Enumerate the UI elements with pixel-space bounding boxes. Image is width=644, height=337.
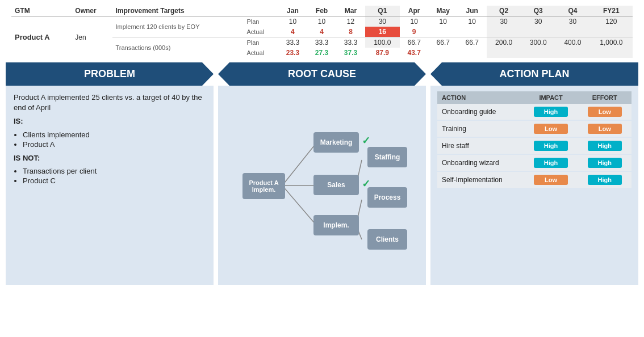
col-header-owner: Owner: [72, 6, 112, 16]
node-center: Product A Implem.: [242, 173, 285, 199]
cell-q1-actual1: 16: [365, 27, 400, 37]
action-impact-cell: Low: [524, 120, 578, 137]
col-header-fy21: FY21: [590, 6, 633, 16]
is-list: Clients implemented Product A: [14, 130, 206, 149]
cell-q4-actual1: [555, 27, 590, 37]
col-effort: EFFORT: [578, 91, 632, 104]
col-header-q4: Q4: [555, 6, 590, 16]
isnot-list: Transactions per client Product C: [14, 167, 206, 185]
rootcause-section: ROOT CAUSE: [218, 62, 426, 285]
action-table-row: TrainingLowLow: [437, 120, 632, 137]
cell-feb-actual2: 27.3: [307, 48, 336, 58]
cell-jan-plan1: 10: [278, 16, 307, 27]
col-header-may: May: [429, 6, 458, 16]
problem-header: PROBLEM: [6, 62, 214, 86]
action-effort-cell: Low: [578, 120, 632, 137]
col-header-improvement: Improvement Targets: [112, 6, 244, 16]
cell-apr-plan1: 10: [400, 16, 429, 27]
isnot-label: IS NOT:: [14, 153, 206, 163]
target-label-1: Implement 120 clients by EOY: [112, 16, 244, 37]
col-action: ACTION: [437, 91, 524, 104]
cell-q3-actual1: [521, 27, 555, 37]
isnot-item-2: Product C: [23, 176, 206, 185]
action-name-cell: Self-Implementation: [437, 171, 524, 188]
type-plan-2: Plan: [243, 37, 278, 48]
cell-feb-actual1: 4: [307, 27, 336, 37]
problem-description: Product A implemented 25 clients vs. a t…: [14, 92, 206, 113]
actionplan-header-text: ACTION PLAN: [500, 68, 570, 79]
cell-jun-actual1: [458, 27, 487, 37]
cell-q4-plan2: 400.0: [555, 37, 590, 48]
rootcause-header: ROOT CAUSE: [218, 62, 426, 86]
problem-body: Product A implemented 25 clients vs. a t…: [6, 86, 214, 285]
action-effort-cell: High: [578, 137, 632, 154]
action-table-row: Onboarding wizardHighHigh: [437, 154, 632, 171]
action-table-row: Self-ImplementationLowHigh: [437, 171, 632, 188]
main-sections: PROBLEM Product A implemented 25 clients…: [0, 62, 644, 289]
action-name-cell: Training: [437, 120, 524, 137]
cell-q3-plan2: 300.0: [521, 37, 555, 48]
metrics-table: GTM Owner Improvement Targets Jan Feb Ma…: [11, 6, 633, 58]
rootcause-body: Product A Implem. Marketing ✓ Sales ✓ Im…: [218, 86, 426, 285]
cell-q2-actual2: [487, 48, 521, 58]
cell-q4-actual2: [555, 48, 590, 58]
owner-label: Jen: [72, 16, 112, 58]
type-actual-1: Actual: [243, 27, 278, 37]
cell-jan-actual2: 23.3: [278, 48, 307, 58]
col-header-mar: Mar: [336, 6, 365, 16]
cell-feb-plan2: 33.3: [307, 37, 336, 48]
cell-jan-actual1: 4: [278, 27, 307, 37]
cell-jun-actual2: [458, 48, 487, 58]
cell-may-actual2: [429, 48, 458, 58]
cell-fy21-plan1: 120: [590, 16, 633, 27]
cause-diagram: Product A Implem. Marketing ✓ Sales ✓ Im…: [237, 112, 407, 259]
effort-badge: High: [588, 141, 622, 151]
col-header-type: [243, 6, 278, 16]
cell-q3-actual2: [521, 48, 555, 58]
problem-header-text: PROBLEM: [84, 68, 135, 79]
col-header-feb: Feb: [307, 6, 336, 16]
effort-badge: High: [588, 158, 622, 168]
node-staffing: Staffing: [367, 147, 407, 167]
action-table-row: Onboarding guideHighLow: [437, 104, 632, 120]
col-header-q3: Q3: [521, 6, 555, 16]
col-impact: IMPACT: [524, 91, 578, 104]
node-marketing: Marketing: [313, 132, 359, 153]
node-process: Process: [367, 187, 407, 208]
cell-q1-plan2: 100.0: [365, 37, 400, 48]
cell-q1-actual2: 87.9: [365, 48, 400, 58]
impact-badge: High: [534, 107, 568, 117]
is-item-2: Product A: [23, 140, 206, 149]
actionplan-body: ACTION IMPACT EFFORT Onboarding guideHig…: [430, 86, 638, 285]
impact-badge: High: [534, 158, 568, 168]
cell-apr-actual1: 9: [400, 27, 429, 37]
actionplan-header: ACTION PLAN: [430, 62, 638, 86]
isnot-item-1: Transactions per client: [23, 167, 206, 175]
col-header-q1: Q1: [365, 6, 400, 16]
cell-apr-actual2: 43.7: [400, 48, 429, 58]
cell-q2-plan1: 30: [487, 16, 521, 27]
cell-q4-plan1: 30: [555, 16, 590, 27]
action-impact-cell: High: [524, 154, 578, 171]
top-table-container: GTM Owner Improvement Targets Jan Feb Ma…: [0, 0, 644, 62]
type-plan-1: Plan: [243, 16, 278, 27]
action-impact-cell: High: [524, 104, 578, 120]
action-effort-cell: Low: [578, 104, 632, 120]
cell-jan-plan2: 33.3: [278, 37, 307, 48]
cell-fy21-actual2: [590, 48, 633, 58]
cell-jun-plan2: 66.7: [458, 37, 487, 48]
action-name-cell: Onboarding guide: [437, 104, 524, 120]
cell-may-actual1: [429, 27, 458, 37]
col-header-apr: Apr: [400, 6, 429, 16]
node-sales: Sales: [313, 175, 359, 195]
action-name-cell: Hire staff: [437, 137, 524, 154]
impact-badge: Low: [534, 175, 568, 185]
action-effort-cell: High: [578, 154, 632, 171]
check-marketing: ✓: [362, 134, 370, 147]
product-label: Product A: [11, 16, 72, 58]
actionplan-section: ACTION PLAN ACTION IMPACT EFFORT Onboard…: [430, 62, 638, 285]
cell-q3-plan1: 30: [521, 16, 555, 27]
cell-fy21-plan2: 1,000.0: [590, 37, 633, 48]
target-label-2: Transactions (000s): [112, 37, 244, 58]
cell-q2-plan2: 200.0: [487, 37, 521, 48]
